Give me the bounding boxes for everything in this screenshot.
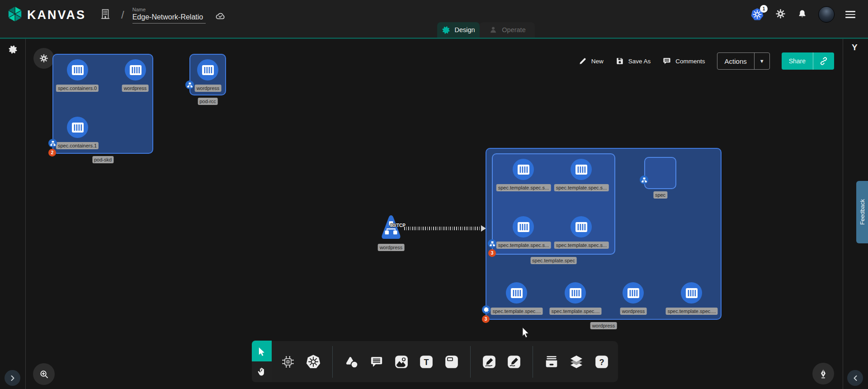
- pod-connection-badge-icon[interactable]: [48, 139, 57, 147]
- hamburger-menu-icon[interactable]: [845, 11, 855, 18]
- shapes-icon[interactable]: [344, 355, 359, 369]
- toolbar-divider: [470, 346, 471, 378]
- pan-hand-tool-button[interactable]: [252, 361, 272, 382]
- deployment-badge-icon[interactable]: [482, 305, 491, 314]
- error-count-badge[interactable]: 3: [482, 315, 490, 323]
- draw-line-tool-icon[interactable]: [482, 355, 496, 369]
- mouse-cursor: [522, 327, 533, 341]
- pod-connection-badge-icon[interactable]: [640, 176, 648, 184]
- node-label: wordpress: [195, 85, 222, 92]
- tab-design[interactable]: Design: [437, 22, 480, 38]
- pod-connection-badge-icon[interactable]: [185, 81, 194, 89]
- design-tab-icon: [442, 26, 450, 34]
- design-name-label: Name: [132, 7, 206, 12]
- service-node-wordpress[interactable]: [379, 213, 403, 243]
- group-pod-rcc[interactable]: wordpress pod-rcc: [189, 54, 226, 95]
- container-node[interactable]: [571, 159, 592, 180]
- component-chip-icon[interactable]: [281, 355, 295, 369]
- help-question-icon[interactable]: [594, 355, 609, 369]
- settings-gear-icon[interactable]: [775, 8, 786, 21]
- toolbar-divider: [332, 346, 333, 378]
- collapse-right-panel-button[interactable]: [847, 370, 863, 386]
- actions-dropdown-caret[interactable]: ▼: [754, 53, 769, 69]
- group-label: pod-rcc: [198, 98, 218, 105]
- image-tool-icon[interactable]: [394, 355, 409, 369]
- node-label: spec.template.spec.s...: [554, 184, 609, 191]
- design-name-block: Name Edge-Network-Relatio: [132, 7, 206, 24]
- toolbar-divider: [533, 346, 533, 378]
- node-label: spec.template.spec.s...: [496, 242, 551, 249]
- group-label: pod-skd: [92, 156, 113, 163]
- container-node[interactable]: [513, 159, 534, 180]
- node-label: wordpress: [378, 244, 405, 251]
- design-name-input[interactable]: Edge-Network-Relatio: [132, 13, 206, 24]
- error-count-badge[interactable]: 3: [488, 249, 496, 257]
- select-tool-button[interactable]: [252, 341, 272, 361]
- organization-icon[interactable]: [99, 8, 111, 22]
- comments-button[interactable]: Comments: [662, 57, 705, 66]
- container-node[interactable]: [67, 117, 88, 138]
- node-label: spec.template.spec.s...: [554, 242, 609, 249]
- container-node[interactable]: [623, 282, 644, 304]
- archive-drawer-icon[interactable]: [544, 355, 559, 369]
- comment-tool-icon[interactable]: [369, 355, 383, 369]
- notifications-bell-icon[interactable]: [797, 9, 807, 21]
- draw-freehand-tool-icon[interactable]: [507, 355, 521, 369]
- container-node[interactable]: [125, 59, 146, 81]
- actions-split-button[interactable]: Actions ▼: [717, 52, 770, 70]
- note-tool-icon[interactable]: [444, 355, 458, 369]
- container-node[interactable]: [197, 59, 218, 81]
- save-as-button[interactable]: Save As: [615, 57, 651, 66]
- yaml-panel-toggle[interactable]: Y: [852, 43, 858, 52]
- container-node[interactable]: [565, 282, 586, 304]
- dot-grid-toggle-button[interactable]: [33, 48, 54, 69]
- node-label: spec.template.spec....: [550, 308, 602, 315]
- kubernetes-icon[interactable]: [306, 354, 321, 370]
- kubernetes-context-count-badge: 1: [760, 5, 768, 13]
- freestyle-draw-button[interactable]: [812, 363, 834, 384]
- share-button[interactable]: Share: [782, 52, 834, 70]
- container-node[interactable]: [513, 216, 534, 237]
- container-node[interactable]: [67, 59, 88, 81]
- node-label: spec.containers.0: [56, 85, 99, 92]
- container-node[interactable]: [571, 216, 592, 237]
- tab-operate[interactable]: Operate: [480, 22, 535, 38]
- group-pod-skd[interactable]: spec.containers.0 wordpress spec.contain…: [52, 54, 153, 154]
- save-floppy-icon: [615, 57, 624, 66]
- node-label: wordpress: [620, 308, 647, 315]
- group-spec[interactable]: spec: [644, 157, 676, 189]
- node-label: spec.template.spec....: [491, 308, 543, 315]
- user-avatar[interactable]: [818, 6, 835, 23]
- bottom-toolbar: [272, 341, 618, 382]
- expand-left-panel-button[interactable]: [5, 370, 20, 386]
- group-label: spec.template.spec: [530, 257, 577, 264]
- node-label: spec.template.spec.s...: [496, 184, 551, 191]
- new-pencil-icon: [578, 57, 587, 66]
- layers-icon[interactable]: [569, 355, 584, 369]
- group-label: wordpress: [590, 322, 617, 329]
- app-header: KANVAS / Name Edge-Network-Relatio Desig…: [0, 0, 868, 39]
- group-deployment-wordpress[interactable]: spec.template.spec.s... spec.template.sp…: [486, 148, 722, 320]
- group-spec-template-spec[interactable]: spec.template.spec.s... spec.template.sp…: [492, 153, 615, 255]
- copy-link-icon[interactable]: [813, 52, 834, 70]
- edge-port-label: 80/TCP: [390, 223, 406, 228]
- feedback-tab[interactable]: Feedback: [856, 181, 868, 243]
- comment-bubble-icon: [662, 57, 671, 66]
- kanvas-logo-icon: [6, 5, 24, 24]
- design-toolbar: New Save As Comments Actions ▼ Share: [578, 52, 834, 70]
- container-node[interactable]: [681, 282, 702, 304]
- kubernetes-context-icon[interactable]: 1: [750, 8, 764, 21]
- cloud-saved-icon: [214, 10, 226, 24]
- group-label: spec: [653, 191, 667, 199]
- node-label: wordpress: [122, 85, 149, 92]
- new-button[interactable]: New: [578, 57, 604, 66]
- canvas-workspace[interactable]: Y Feedback New Save As Comments Actions …: [0, 39, 868, 389]
- edge-service-to-deployment[interactable]: [404, 227, 481, 230]
- sync-spinner-icon: [8, 45, 18, 56]
- zoom-search-button[interactable]: [33, 363, 55, 385]
- error-count-badge[interactable]: 2: [48, 149, 56, 157]
- operate-tab-icon: [489, 25, 498, 34]
- pod-connection-badge-icon[interactable]: [488, 239, 496, 248]
- text-tool-icon[interactable]: [419, 355, 434, 369]
- container-node[interactable]: [506, 282, 527, 304]
